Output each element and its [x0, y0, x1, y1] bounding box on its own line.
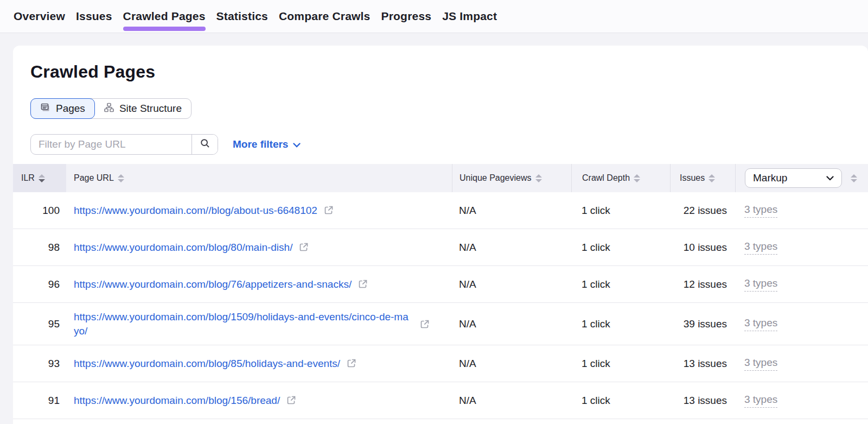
toggle-site-structure-label: Site Structure — [119, 103, 182, 115]
crawled-pages-table: ILR Page URL Unique Pageviews Crawl Dept… — [13, 164, 868, 419]
table-header: ILR Page URL Unique Pageviews Crawl Dept… — [13, 164, 868, 192]
toggle-site-structure[interactable]: Site Structure — [94, 99, 191, 118]
toggle-pages[interactable]: Pages — [30, 98, 95, 119]
table-row: 93 https://www.yourdomain.com/blog/85/ho… — [13, 345, 868, 382]
crawled-pages-card: Crawled Pages Pages — [13, 46, 868, 424]
sort-icon — [39, 174, 45, 182]
issues-value: 22 issues — [670, 205, 735, 217]
site-structure-icon — [104, 102, 114, 116]
external-link-icon[interactable] — [358, 279, 368, 289]
crawl-depth-value: 1 click — [571, 205, 670, 217]
page-url-link[interactable]: https://www.yourdomain.com/blog/76/appet… — [74, 277, 352, 292]
sort-icon — [118, 174, 124, 182]
tab-statistics[interactable]: Statistics — [216, 0, 268, 33]
tab-progress[interactable]: Progress — [381, 0, 432, 33]
issues-value: 13 issues — [670, 395, 735, 407]
search-button[interactable] — [192, 135, 218, 154]
more-filters-button[interactable]: More filters — [233, 138, 301, 150]
column-header-unique-pageviews[interactable]: Unique Pageviews — [452, 164, 571, 192]
page-title: Crawled Pages — [13, 46, 868, 82]
external-link-icon[interactable] — [286, 395, 297, 406]
sort-icon — [634, 174, 640, 182]
column-label: ILR — [21, 173, 35, 183]
table-row: 95 https://www.yourdomain.com/blog/1509/… — [13, 303, 868, 345]
tab-issues[interactable]: Issues — [76, 0, 112, 33]
table-row: 96 https://www.yourdomain.com/blog/76/ap… — [13, 266, 868, 303]
page-url-link[interactable]: https://www.yourdomain.com/blog/156/brea… — [74, 394, 280, 408]
ilr-value: 91 — [13, 395, 66, 407]
unique-pageviews-value: N/A — [452, 318, 571, 330]
ilr-value: 93 — [13, 358, 66, 370]
ilr-value: 96 — [13, 279, 66, 290]
markup-dropdown-value: Markup — [753, 172, 787, 184]
more-filters-label: More filters — [233, 138, 288, 150]
top-navigation: Overview Issues Crawled Pages Statistics… — [0, 0, 868, 33]
markup-types-link[interactable]: 3 types — [744, 277, 777, 292]
tab-js-impact[interactable]: JS Impact — [442, 0, 497, 33]
column-label: Crawl Depth — [582, 173, 630, 183]
page-url-link[interactable]: https://www.yourdomain.com/blog/85/holid… — [74, 357, 340, 371]
external-link-icon[interactable] — [346, 358, 357, 369]
page-url-link[interactable]: https://www.yourdomain.com//blog/about-u… — [74, 204, 317, 218]
markup-column-dropdown[interactable]: Markup — [745, 168, 842, 188]
toggle-pages-label: Pages — [56, 103, 85, 115]
issues-value: 39 issues — [670, 318, 735, 330]
column-label: Page URL — [74, 173, 114, 183]
column-header-ilr[interactable]: ILR — [13, 164, 66, 192]
markup-types-link[interactable]: 3 types — [744, 204, 777, 218]
pages-icon — [40, 102, 51, 116]
crawl-depth-value: 1 click — [571, 242, 670, 254]
chevron-down-icon — [826, 173, 834, 183]
sort-icon — [535, 174, 542, 182]
markup-types-link[interactable]: 3 types — [744, 357, 777, 371]
issues-value: 10 issues — [670, 242, 735, 254]
external-link-icon[interactable] — [419, 319, 430, 330]
ilr-value: 95 — [13, 318, 66, 330]
page-url-filter-input[interactable] — [31, 135, 192, 154]
tab-overview[interactable]: Overview — [14, 0, 65, 33]
table-row: 98 https://www.yourdomain.com/blog/80/ma… — [13, 229, 868, 266]
unique-pageviews-value: N/A — [452, 279, 571, 290]
markup-types-link[interactable]: 3 types — [744, 317, 777, 331]
ilr-value: 98 — [13, 242, 66, 254]
column-header-crawl-depth[interactable]: Crawl Depth — [571, 164, 670, 192]
chevron-down-icon — [293, 138, 301, 150]
markup-types-link[interactable]: 3 types — [744, 241, 777, 255]
unique-pageviews-value: N/A — [452, 205, 571, 217]
crawl-depth-value: 1 click — [571, 395, 670, 407]
sort-icon — [851, 174, 857, 182]
column-header-markup: Markup — [735, 164, 868, 192]
issues-value: 12 issues — [670, 279, 735, 290]
external-link-icon[interactable] — [298, 242, 309, 252]
crawl-depth-value: 1 click — [571, 358, 670, 370]
column-label: Issues — [680, 173, 705, 183]
table-row: 100 https://www.yourdomain.com//blog/abo… — [13, 192, 868, 229]
url-filter — [30, 134, 218, 155]
issues-value: 13 issues — [670, 358, 735, 370]
unique-pageviews-value: N/A — [452, 395, 571, 407]
page-url-link[interactable]: https://www.yourdomain.com/blog/80/main-… — [74, 241, 292, 255]
ilr-value: 100 — [13, 205, 66, 217]
column-header-issues[interactable]: Issues — [670, 164, 735, 192]
unique-pageviews-value: N/A — [452, 358, 571, 370]
crawl-depth-value: 1 click — [571, 279, 670, 290]
column-label: Unique Pageviews — [459, 173, 532, 183]
unique-pageviews-value: N/A — [452, 242, 571, 254]
column-header-page-url[interactable]: Page URL — [66, 164, 452, 192]
crawl-depth-value: 1 click — [571, 318, 670, 330]
page-url-link[interactable]: https://www.yourdomain.com/blog/1509/hol… — [74, 310, 413, 338]
tab-compare-crawls[interactable]: Compare Crawls — [279, 0, 371, 33]
magnifier-icon — [200, 138, 210, 151]
markup-types-link[interactable]: 3 types — [744, 394, 777, 408]
external-link-icon[interactable] — [323, 205, 334, 216]
table-row: 91 https://www.yourdomain.com/blog/156/b… — [13, 382, 868, 419]
view-toggle: Pages Site Structure — [30, 98, 192, 119]
sort-icon — [709, 174, 715, 182]
tab-crawled-pages[interactable]: Crawled Pages — [123, 0, 206, 33]
filter-row: More filters — [30, 134, 868, 155]
